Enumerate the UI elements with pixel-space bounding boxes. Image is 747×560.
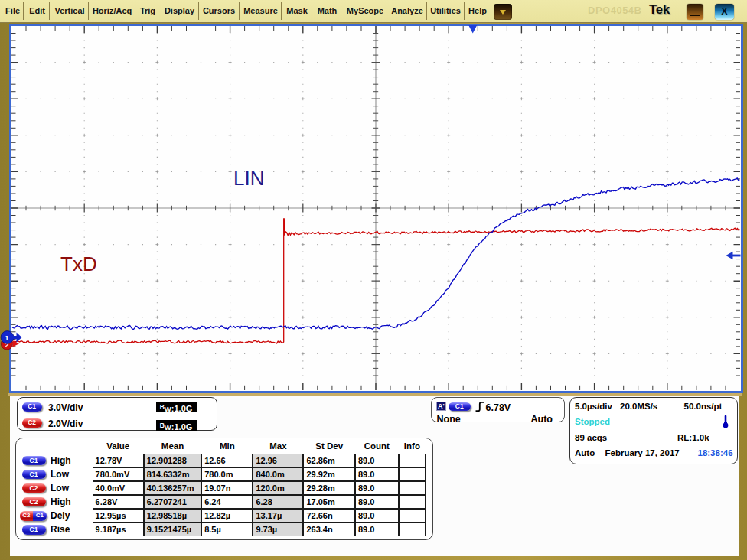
svg-text:LIN: LIN — [233, 167, 264, 190]
svg-text:1: 1 — [5, 334, 9, 342]
svg-text:TxD: TxD — [60, 252, 97, 275]
